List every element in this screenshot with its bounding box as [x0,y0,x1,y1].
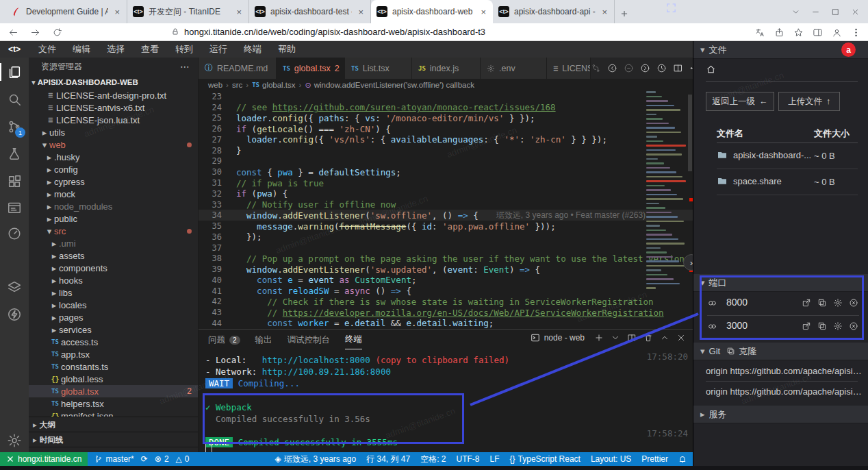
editor-tab[interactable]: TSList.tsx [345,58,412,79]
code-line[interactable]: 40 const e = event as CustomEvent; [199,275,693,286]
project-root-row[interactable]: ▾ APISIX-DASHBOARD-WEB [29,75,198,89]
code-line[interactable]: 35 message.warning(formatMessage({ id: '… [199,221,693,232]
open-external-icon[interactable] [802,321,811,331]
sidebar-section-3[interactable]: ▸SVN [29,447,198,452]
problems-item[interactable]: ⊗2 △0 [155,454,190,464]
back-button[interactable] [8,27,18,38]
file-tree-item[interactable]: ▸.umi [29,237,198,249]
services-section-header[interactable]: ▸ 服务 [693,406,868,423]
fullscreen-icon[interactable] [665,2,677,14]
menu-item[interactable]: 终端 [235,43,270,55]
browser-tab[interactable]: <t>apisix-dashboard-test - TitanID× [249,0,371,23]
trash-icon[interactable] [643,333,653,343]
window-maximize-button[interactable] [826,2,845,21]
code-line[interactable]: 33 // Notify user if offline now [199,199,693,210]
cursor-position[interactable]: 行 34, 列 47 [366,454,410,465]
maximize-panel-icon[interactable] [660,333,669,343]
indent-setting[interactable]: 空格: 2 [420,454,446,465]
file-tree-item[interactable]: {}manifest.json [29,410,198,417]
more-actions-icon[interactable]: ⋯ [180,61,190,72]
code-line[interactable]: 44 const worker = e.detail && e.detail.w… [199,318,693,329]
bell-icon[interactable] [678,455,687,463]
breadcrumb[interactable]: web›src›TSglobal.tsx›⊙window.addEventLis… [199,79,693,91]
lock-icon[interactable] [171,27,179,36]
file-tree-item[interactable]: ▸pages [29,311,198,323]
menu-item[interactable]: 编辑 [64,43,99,55]
file-tree-item[interactable]: ▸node_modules [29,200,198,212]
formatter[interactable]: Prettier [641,454,668,464]
file-tree-item[interactable]: ▸libs [29,286,198,299]
activity-files-icon[interactable] [7,64,22,79]
tab-close-icon[interactable]: × [235,7,243,17]
window-close-button[interactable] [845,2,865,21]
split-terminal-icon[interactable] [627,333,637,343]
editor-tab[interactable]: JSindex.js [412,58,481,79]
file-tree-item[interactable]: ▸services [29,323,198,336]
ports-section-header[interactable]: ▾ 端口 [693,274,868,292]
activity-extensions-icon[interactable] [7,174,22,189]
code-line[interactable]: 42 // Check if there is sw whose state i… [199,297,693,308]
file-tree-item[interactable]: {}global.less [29,373,198,385]
file-tree-item[interactable]: ≡LICENSE-antvis-x6.txt [29,101,198,114]
file-tree-item[interactable]: ▾src [29,225,198,237]
blame-item[interactable]: ◈琚致远, 3 years ago [275,454,357,465]
breadcrumb-item[interactable]: src [232,81,242,89]
activity-settings-gear-icon[interactable] [7,433,22,448]
settings-icon[interactable] [833,298,843,308]
file-tree-item[interactable]: ≡LICENSE-ant-design-pro.txt [29,89,198,101]
avatar-icon[interactable] [832,27,842,38]
menu-item[interactable]: 运行 [201,43,235,55]
code-line[interactable]: 41 const reloadSW = async () => { [199,286,693,297]
panel-tab[interactable]: 终端 [345,334,362,349]
code-line[interactable]: 26if (getLocale() === 'zh-CN') { [199,123,693,134]
activity-layers-icon[interactable] [7,280,22,295]
menu-item[interactable]: 查看 [133,43,167,55]
breadcrumb-item[interactable]: window.addEventListener('sw.offline') ca… [314,81,474,89]
code-line[interactable]: 25loader.config({ paths: { vs: '/monaco-… [199,113,693,124]
activity-bolt-icon[interactable] [7,307,22,322]
language-mode[interactable]: {}TypeScript React [510,454,580,464]
code-line[interactable]: 24// see https://github.com/suren-atoyan… [199,102,693,113]
tab-close-icon[interactable]: × [357,7,365,17]
activity-search-icon[interactable] [7,92,22,107]
menu-item[interactable]: 文件 [30,43,64,55]
editor-tab[interactable]: TSglobal.tsx2× [277,58,345,79]
upload-file-button[interactable]: 上传文件 ↑ [778,92,840,111]
panel-tab[interactable]: 问题2 [208,334,240,349]
tab-close-icon[interactable]: × [113,7,121,17]
files-section-header[interactable]: ▾ 文件 a [693,41,868,59]
terminal-output[interactable]: - Local: http://localhost:8000 (copy to … [205,354,685,449]
file-tree-item[interactable]: ▸hooks [29,274,198,286]
sidebar-icon[interactable] [813,27,823,38]
home-icon[interactable] [706,64,716,75]
terminal-shell-selector[interactable]: node - web [531,333,585,343]
activity-run-debug-icon[interactable] [7,147,22,162]
activity-dial-icon[interactable] [7,226,22,241]
keyboard-layout[interactable]: Layout: US [591,454,631,464]
menu-item[interactable]: 选择 [99,43,133,55]
git-branch-item[interactable]: master* [94,454,133,464]
code-line[interactable]: 43 // https://developer.mozilla.org/en-U… [199,307,693,318]
git-section-header[interactable]: ▾ Git 克隆 [693,343,868,360]
reload-button[interactable] [52,27,62,38]
file-tree-item[interactable]: TSconstants.ts [29,360,198,373]
new-tab-button[interactable] [615,4,634,23]
close-circle-icon[interactable] [849,298,858,308]
dropdown-icon[interactable] [611,333,620,343]
code-editor[interactable]: 2324// see https://github.com/suren-atoy… [199,91,693,329]
url-text[interactable]: hongxi.titanide.cn/ide/web/coding/apisix… [184,23,485,40]
window-tabs-menu-button[interactable] [786,2,806,21]
editor-tab[interactable]: ⓘREADME.md [199,58,277,79]
duplicate-icon[interactable] [817,298,827,308]
activity-preview-icon[interactable] [7,200,22,215]
editor-minimap[interactable] [645,91,687,297]
file-tree-item[interactable]: ▸locales [29,299,198,311]
browser-tab[interactable]: <t>apisix-dashboard-api - TitanID× [493,0,615,23]
close-circle-icon[interactable] [849,321,858,331]
forward-button[interactable] [30,27,40,38]
file-tree-item[interactable]: ≡LICENSE-json.lua.txt [29,114,198,126]
code-line[interactable]: 28} [199,145,693,156]
translate-icon[interactable] [755,27,765,38]
file-tree-item[interactable]: ▸assets [29,249,198,262]
code-line[interactable]: 27 loader.config({ 'vs/nls': { available… [199,134,693,145]
